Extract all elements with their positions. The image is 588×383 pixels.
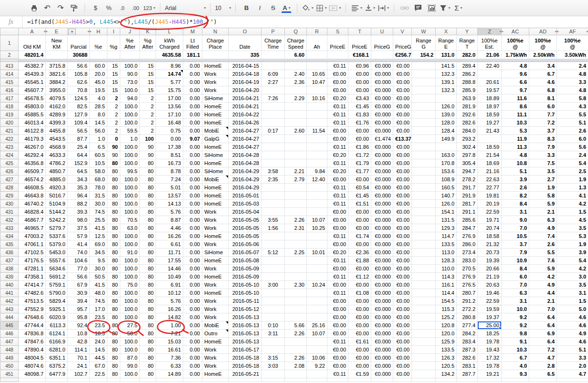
cell-W414[interactable] (412, 70, 436, 78)
cell-I440[interactable]: 80 (107, 281, 120, 289)
row-header-448[interactable]: 448 (0, 346, 19, 354)
cell-AD435[interactable]: 2.6 (529, 240, 557, 248)
cell-S450[interactable]: €0.00 (327, 362, 348, 370)
cell-V444[interactable]: €0.00 (393, 313, 412, 321)
cell-AD423[interactable]: 7.9 (529, 143, 557, 151)
print-button[interactable] (27, 2, 41, 14)
cell-I450[interactable]: 80 (107, 362, 120, 370)
cell-P438[interactable] (262, 265, 285, 273)
cell-V437[interactable]: €0.00 (393, 257, 412, 265)
cell-X438[interactable]: 110.0 (436, 265, 457, 273)
cell-H416[interactable]: 19.5 (90, 86, 107, 94)
cell-S432[interactable]: €0.00 (327, 216, 348, 224)
cell-H446[interactable]: 18.5 (90, 330, 107, 338)
cell-R413[interactable] (307, 62, 327, 70)
cell-AC445[interactable]: 9.2 (502, 321, 529, 330)
cell-S426[interactable]: €0.20 (327, 167, 348, 176)
cell-V429[interactable]: €0.00 (393, 192, 412, 200)
cell-N419[interactable]: HomeE (202, 111, 229, 119)
cell-I434[interactable]: 80 (107, 232, 120, 240)
cell-H421[interactable]: 56.0 (90, 127, 107, 135)
cell-W424[interactable] (412, 151, 436, 159)
row-header-452[interactable] (0, 378, 19, 382)
cell-A447[interactable]: 47847.6 (19, 338, 46, 346)
cell-V414[interactable]: €0.00 (393, 70, 412, 78)
cell-P451[interactable] (262, 370, 285, 378)
cell-L433[interactable]: 4.46 (156, 224, 183, 232)
cell-U444[interactable]: €0.000 (371, 313, 393, 321)
cell-AC433[interactable]: 7.0 (502, 224, 529, 232)
cell-J444[interactable]: 100.0 (120, 313, 140, 321)
cell-Z441[interactable]: 19.46 (478, 289, 502, 297)
cell-X449[interactable]: 126.3 (436, 354, 457, 362)
cell-F451[interactable]: 102.7 (68, 370, 90, 378)
cell-S443[interactable]: €0.00 (327, 305, 348, 313)
cell-H439[interactable]: 50.5 (90, 273, 107, 281)
select-all-corner[interactable] (0, 28, 19, 35)
hidden-columns-expand-icon[interactable]: ◂ (87, 29, 89, 33)
cell-AD440[interactable]: 4.9 (529, 281, 557, 289)
merge-cells-button[interactable]: ▾ (328, 2, 342, 14)
cell-F433[interactable]: 37.5 (68, 224, 90, 232)
cell-W438[interactable] (412, 265, 436, 273)
cell-V452[interactable] (393, 378, 412, 382)
cell-M442[interactable]: 0.00 (183, 297, 202, 305)
cell-N434[interactable]: HomeE (202, 232, 229, 240)
hidden-columns-expand-icon[interactable]: ◂ (586, 29, 588, 33)
cell-AF421[interactable]: 2.6 (557, 127, 588, 135)
column-header-L[interactable]: L (156, 28, 183, 35)
cell-E446[interactable]: 6124.1 (46, 330, 68, 338)
cell-H414[interactable]: 20.0 (90, 70, 107, 78)
cell-A418[interactable]: 45803.0 (19, 103, 46, 111)
cell-Q418[interactable] (285, 103, 307, 111)
cell-X436[interactable]: 113.0 (436, 248, 457, 257)
cell-A443[interactable]: 47552.9 (19, 305, 46, 313)
cell-AC440[interactable]: 7.0 (502, 281, 529, 289)
cell-J419[interactable]: 100.0 (120, 111, 140, 119)
cell-A452[interactable] (19, 378, 46, 382)
cell-L450[interactable]: 6.33 (156, 362, 183, 370)
cell-J421[interactable]: 59.5 (120, 127, 140, 135)
cell-R417[interactable]: 10.16 (307, 94, 327, 103)
cell-K447[interactable]: 80 (140, 338, 156, 346)
cell-P429[interactable] (262, 192, 285, 200)
cell-O439[interactable]: 2016-05-09 (229, 273, 262, 281)
column-header-M[interactable]: M (183, 28, 202, 35)
cell-L418[interactable]: 13.56 (156, 103, 183, 111)
cell-U416[interactable]: €0.000 (371, 86, 393, 94)
cell-AD429[interactable]: 5.8 (529, 192, 557, 200)
cell-F429[interactable]: 96.4 (68, 192, 90, 200)
cell-O2[interactable]: 335 (229, 51, 262, 59)
cell-J426[interactable]: 99.5 (120, 167, 140, 176)
cell-T451[interactable]: €1.59 (348, 370, 371, 378)
cell-I414[interactable]: 15 (107, 70, 120, 78)
cell-AF427[interactable]: 1.9 (557, 176, 588, 184)
cell-A429[interactable]: 46643.8 (19, 192, 46, 200)
cell-L438[interactable]: 14.46 (156, 265, 183, 273)
cell-E438[interactable]: 5634.6 (46, 265, 68, 273)
row-header-427[interactable]: 427 (0, 176, 19, 184)
cell-H445[interactable]: 23.5 (90, 321, 107, 330)
cell-F448[interactable]: 114.1 (68, 346, 90, 354)
cell-U418[interactable]: €0.000 (371, 103, 393, 111)
cell-V419[interactable]: €0.00 (393, 111, 412, 119)
cell-E425[interactable]: 4786.2 (46, 159, 68, 167)
cell-N427[interactable]: MobiE (202, 176, 229, 184)
cell-I1[interactable]: %g (107, 35, 120, 51)
cell-I426[interactable]: 80 (107, 167, 120, 176)
cell-N449[interactable]: Work (202, 354, 229, 362)
cell-X423[interactable] (436, 143, 457, 151)
cell-H419[interactable]: 8.0 (90, 111, 107, 119)
cell-T419[interactable]: €1.83 (348, 111, 371, 119)
cell-V435[interactable]: €0.00 (393, 240, 412, 248)
cell-I427[interactable]: 80 (107, 176, 120, 184)
undo-button[interactable]: ↶ (41, 2, 54, 14)
cell-W2[interactable]: 154.2 (412, 51, 436, 59)
cell-I441[interactable]: 80 (107, 289, 120, 297)
cell-H417[interactable]: 4.0 (90, 94, 107, 103)
cell-J441[interactable]: 100.0 (120, 289, 140, 297)
cell-J1[interactable]: %eAfter (120, 35, 140, 51)
cell-AD422[interactable]: 8.3 (529, 135, 557, 143)
cell-J416[interactable]: 100.0 (120, 86, 140, 94)
cell-Q420[interactable] (285, 119, 307, 127)
